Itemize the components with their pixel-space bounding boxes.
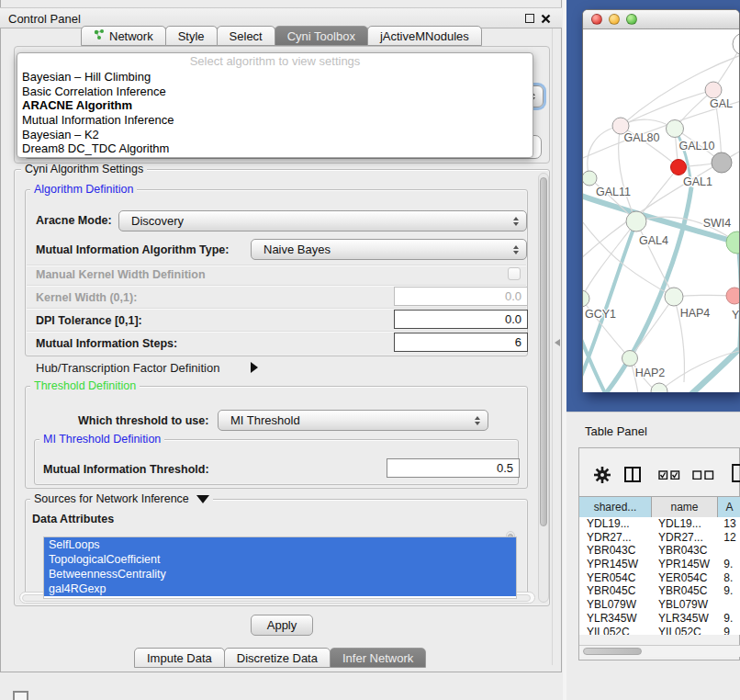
table-row[interactable]: YBL079WYBL079W xyxy=(579,598,740,612)
table-row[interactable]: YIL052CYIL052C9 xyxy=(579,626,740,636)
algorithm-dropdown-popup: Select algorithm to view settings Bayesi… xyxy=(17,52,533,158)
checked-columns-icon[interactable] xyxy=(658,470,680,480)
network-node-gal4[interactable] xyxy=(626,211,646,231)
algorithm-option[interactable]: Bayesian – Hill Climbing xyxy=(17,70,533,85)
network-node-gal11[interactable] xyxy=(583,171,597,186)
close-icon[interactable] xyxy=(541,14,551,24)
network-edge[interactable] xyxy=(630,297,674,358)
kernel-width-value: 0.0 xyxy=(505,289,521,303)
kernel-width-field[interactable]: 0.0 xyxy=(394,287,528,306)
network-node-hap4[interactable] xyxy=(665,288,683,306)
algorithm-option[interactable]: Dream8 DC_TDC Algorithm xyxy=(17,141,533,156)
algorithm-option[interactable]: Bayesian – K2 xyxy=(17,128,533,142)
bottom-tabs: Impute DataDiscretize DataInfer Network xyxy=(135,648,426,668)
table-row[interactable]: YER054CYER054C8. xyxy=(579,571,740,585)
mi-steps-field[interactable]: 6 xyxy=(394,333,528,352)
data-attribute-item[interactable]: SelfLoops xyxy=(44,537,516,552)
column-header[interactable]: A xyxy=(718,497,740,517)
minimize-traffic-light[interactable] xyxy=(609,14,620,25)
network-view[interactable]: GALGAL80GAL10GAL1GAL11GAL4SWI4GCY1HAP4YH… xyxy=(583,29,739,392)
network-node-gcy1[interactable] xyxy=(583,290,589,307)
network-node-y[interactable] xyxy=(726,288,739,304)
table-hscrollbar-thumb[interactable] xyxy=(583,648,642,655)
network-window-titlebar[interactable] xyxy=(583,10,739,29)
bottom-tab-infer-network[interactable]: Infer Network xyxy=(330,648,426,668)
tab-network[interactable]: Network xyxy=(81,26,166,46)
data-attribute-item[interactable]: BetweennessCentrality xyxy=(44,567,516,581)
table-hscrollbar[interactable] xyxy=(579,645,740,657)
tab-style[interactable]: Style xyxy=(165,26,218,46)
collapse-down-icon[interactable] xyxy=(196,495,209,503)
table-cell: YLR345W xyxy=(579,612,651,626)
split-columns-icon[interactable] xyxy=(624,467,641,482)
table-cell: 8. xyxy=(716,571,740,585)
table-body[interactable]: YDL19...YDL19...13YDR27...YDR27...12YBR0… xyxy=(579,517,740,635)
network-node-gal1[interactable] xyxy=(671,160,687,175)
network-node-label: SWI4 xyxy=(703,217,732,230)
mi-type-combo[interactable]: Naive Bayes xyxy=(251,239,527,260)
hub-definition-label: Hub/Transcription Factor Definition xyxy=(36,361,219,376)
table-cell xyxy=(716,544,740,558)
table-cell: YBL079W xyxy=(579,598,651,612)
table-row[interactable]: YDL19...YDL19...13 xyxy=(579,517,740,531)
data-attribute-item[interactable]: TopologicalCoefficient xyxy=(44,552,516,567)
table-row[interactable]: YBR043CYBR043C xyxy=(579,544,740,558)
table-row[interactable]: YBR045CYBR045C9. xyxy=(579,584,740,598)
file-icon[interactable] xyxy=(732,464,740,482)
data-attributes-list[interactable]: SelfLoopsTopologicalCoefficientBetweenne… xyxy=(43,536,517,599)
tab-label: Discretize Data xyxy=(237,649,318,668)
float-icon[interactable] xyxy=(525,14,534,23)
network-node[interactable] xyxy=(733,33,739,55)
zoom-traffic-light[interactable] xyxy=(626,14,637,25)
threshold-definition-title: Threshold Definition xyxy=(30,378,140,393)
bottom-tab-discretize-data[interactable]: Discretize Data xyxy=(224,648,331,668)
network-node[interactable] xyxy=(651,383,667,392)
expand-right-icon[interactable] xyxy=(251,362,258,373)
tab-jactivemnodules[interactable]: jActiveMNodules xyxy=(367,26,482,46)
unchecked-columns-icon[interactable] xyxy=(692,470,714,480)
table-cell: YLR345W xyxy=(651,612,716,626)
table-cell: YBR045C xyxy=(651,584,716,598)
manual-kernel-checkbox[interactable] xyxy=(508,267,521,280)
gear-icon[interactable] xyxy=(594,467,611,483)
network-edge[interactable] xyxy=(588,126,621,178)
cyni-settings-title: Cyni Algorithm Settings xyxy=(21,162,147,176)
settings-vscrollbar-thumb[interactable] xyxy=(540,177,547,526)
network-node-swi4[interactable] xyxy=(726,231,739,254)
collapsed-panel-icon[interactable] xyxy=(13,691,28,700)
sources-title: Sources for Network Inference xyxy=(30,491,213,506)
manual-kernel-label: Manual Kernel Width Definition xyxy=(36,267,206,282)
network-node[interactable] xyxy=(712,152,732,173)
algorithm-definition-title: Algorithm Definition xyxy=(30,182,137,197)
settings-vscrollbar[interactable] xyxy=(538,173,549,603)
algorithm-option[interactable]: Mutual Information Inference xyxy=(17,113,533,128)
bottom-tab-impute-data[interactable]: Impute Data xyxy=(134,648,225,668)
close-traffic-light[interactable] xyxy=(591,14,602,25)
network-node-hap2[interactable] xyxy=(622,351,638,367)
dpi-tolerance-field[interactable]: 0.0 xyxy=(394,310,528,329)
network-node-gal10[interactable] xyxy=(667,120,684,138)
splitter-collapse-icon[interactable] xyxy=(555,339,560,346)
network-edge[interactable] xyxy=(636,221,674,297)
algorithm-option[interactable]: ARACNE Algorithm xyxy=(17,98,533,113)
table-row[interactable]: YLR345WYLR345W9. xyxy=(579,612,740,626)
algorithm-option[interactable]: Basic Correlation Inference xyxy=(17,85,533,99)
table-row[interactable]: YPR145WYPR145W9. xyxy=(579,558,740,571)
tab-select[interactable]: Select xyxy=(217,26,275,46)
column-header[interactable]: name xyxy=(652,497,718,517)
combo-arrows-icon xyxy=(475,416,480,425)
dpi-tolerance-value: 0.0 xyxy=(505,312,521,326)
which-threshold-combo[interactable]: MI Threshold xyxy=(218,410,488,431)
network-node-label: Y xyxy=(732,309,739,322)
aracne-mode-combo[interactable]: Discovery xyxy=(118,210,527,231)
table-row[interactable]: YDR27...YDR27...12 xyxy=(579,531,740,545)
table-cell: YER054C xyxy=(651,571,716,585)
dpi-tolerance-label: DPI Tolerance [0,1]: xyxy=(36,313,142,328)
column-header[interactable]: shared... xyxy=(579,497,652,517)
table-cell: YDR27... xyxy=(651,531,716,545)
mi-threshold-field[interactable]: 0.5 xyxy=(387,458,520,478)
data-attribute-item[interactable]: gal4RGexp xyxy=(44,581,516,596)
network-node-gal[interactable] xyxy=(705,82,722,98)
tab-cyni-toolbox[interactable]: Cyni Toolbox xyxy=(275,26,368,46)
apply-button[interactable]: Apply xyxy=(251,615,313,636)
